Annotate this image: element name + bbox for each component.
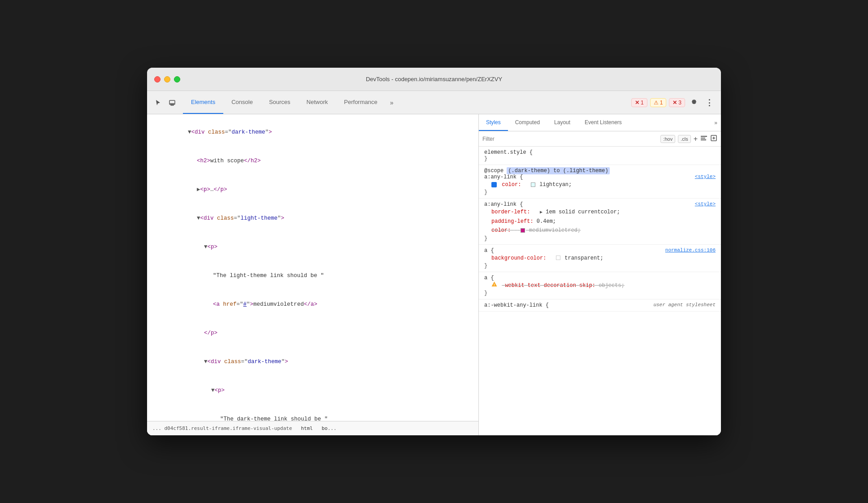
new-style-rule-button[interactable]: [700, 134, 707, 143]
css-rule-normalize: a { normalize.css:106 background-color: …: [479, 245, 721, 272]
maximize-button[interactable]: [174, 76, 180, 82]
toolbar-right: ✕ 1 ⚠ 1 ✕ 3 ⋮: [626, 91, 721, 114]
tab-bar: Elements Console Sources Network Perform…: [183, 91, 626, 114]
svg-rect-1: [171, 104, 174, 105]
css-rule-webkit: a { ! -webkit-text-decoration-skip:: [479, 272, 721, 299]
error-icon-1: ✕: [635, 100, 639, 106]
css-property: border-left: ▶ 1em solid currentcolor;: [484, 208, 716, 217]
device-icon[interactable]: [166, 96, 178, 109]
css-rules[interactable]: element.style { } @scope (.dark-theme) t…: [479, 147, 721, 435]
css-subselector: a:any-link {: [484, 174, 523, 180]
error-badge-1[interactable]: ✕ 1: [631, 98, 647, 107]
main-content: ▼<div class="dark-theme"> <h2>with scope…: [147, 114, 721, 435]
breadcrumb-path: ... d04cf581.result-iframe.iframe-visual…: [152, 425, 301, 431]
hov-button[interactable]: :hov: [660, 135, 675, 143]
dom-line[interactable]: ▼<p>: [147, 233, 478, 261]
cursor-icon[interactable]: [152, 96, 164, 109]
tab-computed[interactable]: Computed: [508, 114, 547, 131]
tab-layout[interactable]: Layout: [547, 114, 577, 131]
css-source-normalize[interactable]: normalize.css:106: [665, 247, 716, 253]
styles-tabs: Styles Computed Layout Event Listeners »: [479, 114, 721, 131]
svg-rect-5: [701, 139, 706, 140]
error-icon-2: ✕: [673, 100, 677, 106]
css-property-warn: ! -webkit-text-decoration-skip: objects;: [484, 281, 716, 290]
close-button[interactable]: [154, 76, 161, 82]
dom-line[interactable]: </p>: [147, 319, 478, 347]
css-selector: a:-webkit-any-link {: [484, 302, 549, 308]
breadcrumb-tag: html: [301, 425, 321, 431]
css-rule-scope: @scope (.dark-theme) to (.light-theme) a…: [479, 165, 721, 199]
toggle-changes-button[interactable]: [710, 134, 717, 143]
css-property: padding-left: 0.4em;: [484, 217, 716, 226]
warn-badge-1[interactable]: ⚠ 1: [650, 98, 667, 107]
color-swatch-mediumvioletred[interactable]: [521, 228, 525, 233]
add-style-button[interactable]: +: [694, 135, 698, 143]
dom-line[interactable]: <h2>with scope</h2>: [147, 147, 478, 175]
svg-rect-4: [701, 138, 705, 139]
css-rule-any-link: a:any-link { <style> border-left: ▶ 1em …: [479, 199, 721, 244]
cls-button[interactable]: .cls: [678, 135, 691, 143]
filter-bar: :hov .cls +: [479, 131, 721, 147]
settings-button[interactable]: [688, 96, 700, 109]
dom-panel: ▼<div class="dark-theme"> <h2>with scope…: [147, 114, 479, 435]
css-selector-scope: @scope: [484, 168, 507, 174]
dom-line[interactable]: <a href="#">mediumvioletred</a>: [147, 290, 478, 319]
color-swatch-transparent[interactable]: [556, 256, 560, 260]
error-count-1: 1: [641, 100, 644, 106]
more-tabs-button[interactable]: »: [386, 91, 398, 114]
css-rule-element-style: element.style { }: [479, 147, 721, 165]
warning-triangle-icon: !: [491, 281, 497, 287]
svg-rect-3: [701, 136, 707, 137]
toolbar-icons: [147, 91, 183, 114]
dom-line[interactable]: ▼<div class="dark-theme">: [147, 347, 478, 376]
minimize-button[interactable]: [164, 76, 170, 82]
checkbox-enabled[interactable]: [491, 182, 497, 187]
tab-console[interactable]: Console: [223, 91, 261, 114]
window-title: DevTools - codepen.io/miriamsuzanne/pen/…: [366, 76, 502, 82]
css-source[interactable]: <style>: [695, 174, 716, 179]
styles-panel: Styles Computed Layout Event Listeners »: [479, 114, 721, 435]
svg-text:!: !: [493, 283, 495, 287]
dom-footer: ... d04cf581.result-iframe.iframe-visual…: [147, 421, 478, 435]
css-rule-user-agent: a:-webkit-any-link { user agent styleshe…: [479, 299, 721, 312]
titlebar: DevTools - codepen.io/miriamsuzanne/pen/…: [147, 68, 721, 91]
dom-tree[interactable]: ▼<div class="dark-theme"> <h2>with scope…: [147, 114, 478, 421]
breadcrumb-ellipsis: ...: [328, 425, 337, 431]
tab-network[interactable]: Network: [299, 91, 336, 114]
dom-line[interactable]: ▼<p>: [147, 376, 478, 405]
css-selector: a {: [484, 275, 494, 281]
dom-line[interactable]: ▶<p>…</p>: [147, 175, 478, 204]
more-options-button[interactable]: ⋮: [703, 96, 716, 109]
tab-elements[interactable]: Elements: [183, 91, 223, 114]
dom-line[interactable]: "The dark-theme link should be ": [147, 405, 478, 421]
devtools-window: DevTools - codepen.io/miriamsuzanne/pen/…: [147, 68, 721, 435]
scope-badge: (.dark-theme) to (.light-theme): [507, 167, 609, 174]
css-source[interactable]: <style>: [695, 201, 716, 207]
filter-input[interactable]: [482, 136, 658, 142]
dom-line[interactable]: ▼<div class="dark-theme">: [147, 118, 478, 147]
color-swatch-lightcyan[interactable]: [531, 182, 535, 187]
dom-line[interactable]: ▼<div class="light-theme">: [147, 204, 478, 233]
css-property-strikethrough: color: mediumvioletred;: [484, 226, 716, 235]
warn-icon-1: ⚠: [654, 100, 659, 106]
warn-count-1: 1: [660, 100, 663, 106]
toolbar: Elements Console Sources Network Perform…: [147, 91, 721, 114]
css-source-user-agent: user agent stylesheet: [653, 302, 716, 308]
css-property: background-color: transparent;: [484, 254, 716, 263]
tab-event-listeners[interactable]: Event Listeners: [577, 114, 629, 131]
more-style-tabs[interactable]: »: [711, 114, 721, 131]
error-count-2: 3: [678, 100, 681, 106]
dom-line[interactable]: "The light-theme link should be ": [147, 261, 478, 290]
css-selector: a {: [484, 247, 494, 254]
tab-sources[interactable]: Sources: [261, 91, 299, 114]
error-badge-2[interactable]: ✕ 3: [669, 98, 685, 107]
tab-styles[interactable]: Styles: [479, 114, 508, 131]
css-property: color: lightcyan;: [484, 180, 716, 189]
tab-performance[interactable]: Performance: [336, 91, 385, 114]
css-selector: element.style {: [484, 149, 533, 156]
breadcrumb-tag2: bo: [322, 425, 328, 431]
css-selector: a:any-link {: [484, 201, 523, 208]
traffic-lights: [154, 76, 180, 82]
